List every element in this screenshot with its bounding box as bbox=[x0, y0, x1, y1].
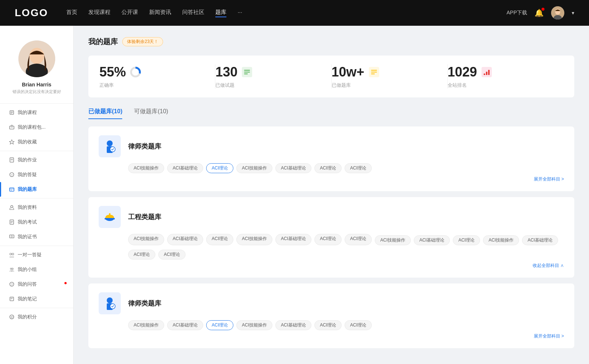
question-dot bbox=[64, 282, 67, 284]
tag-1-8[interactable]: ACI基础理论 bbox=[414, 235, 450, 245]
user-avatar[interactable] bbox=[551, 6, 564, 19]
main-layout: Brian Harris 错误的决定比没有决定要好 我的课程 我的课程包... bbox=[0, 26, 589, 364]
sidebar-item-cert[interactable]: 我的证书 bbox=[0, 229, 73, 244]
tag-1-13[interactable]: ACI理论 bbox=[158, 250, 186, 260]
stat-correct-rate: 55% 正确率 bbox=[99, 64, 215, 89]
expand-link-0[interactable]: 展开全部科目 > bbox=[99, 176, 564, 182]
tab-available[interactable]: 可做题库(10) bbox=[134, 108, 168, 119]
tag-1-11[interactable]: ACI基础理论 bbox=[522, 235, 558, 245]
nav-news[interactable]: 新闻资讯 bbox=[149, 9, 171, 17]
svg-point-36 bbox=[12, 268, 13, 270]
tab-done[interactable]: 已做题库(10) bbox=[88, 108, 122, 119]
nav-qa[interactable]: 问答社区 bbox=[182, 9, 204, 17]
stat-value-1: 55% bbox=[99, 64, 126, 80]
svg-point-21 bbox=[11, 206, 13, 208]
svg-rect-48 bbox=[244, 72, 250, 72]
tag-2-6[interactable]: ACI理论 bbox=[345, 320, 372, 330]
tag-1-2[interactable]: ACI理论 bbox=[206, 234, 233, 245]
tag-2-1[interactable]: ACI基础理论 bbox=[167, 320, 203, 330]
list-yellow-icon bbox=[368, 66, 380, 78]
svg-rect-62 bbox=[105, 218, 115, 220]
sidebar-item-exam[interactable]: 我的考试 bbox=[0, 215, 73, 229]
tag-2-2[interactable]: ACI理论 bbox=[206, 320, 233, 330]
sidebar-item-group[interactable]: 我的小组 bbox=[0, 262, 73, 277]
tag-1-3[interactable]: ACI技能操作 bbox=[236, 234, 272, 245]
sidebar-label-one-one: 一对一答疑 bbox=[18, 251, 42, 258]
notification-dot bbox=[542, 8, 544, 11]
tabs-row: 已做题库(10) 可做题库(10) bbox=[88, 108, 574, 119]
tag-0-0[interactable]: ACI技能操作 bbox=[128, 163, 164, 173]
tag-1-5[interactable]: ACI理论 bbox=[314, 234, 342, 245]
tag-0-3[interactable]: ACI技能操作 bbox=[236, 163, 272, 173]
navbar-right: APP下载 🔔 ▾ bbox=[507, 6, 574, 19]
tag-2-3[interactable]: ACI技能操作 bbox=[236, 320, 272, 330]
sidebar-item-qa[interactable]: ? 我的答疑 bbox=[0, 167, 73, 182]
nav-home[interactable]: 首页 bbox=[66, 9, 77, 17]
tag-2-0[interactable]: ACI技能操作 bbox=[128, 320, 164, 330]
tag-0-5[interactable]: ACI理论 bbox=[314, 163, 342, 173]
sidebar-label-favorite: 我的收藏 bbox=[18, 139, 37, 145]
chart-red-icon bbox=[481, 66, 493, 78]
sidebar-item-favorite[interactable]: 我的收藏 bbox=[0, 135, 73, 149]
tag-2-4[interactable]: ACI基础理论 bbox=[275, 320, 311, 330]
sidebar-label-question: 我的问答 bbox=[18, 281, 37, 288]
sidebar-divider-1 bbox=[0, 103, 73, 104]
sidebar-item-note[interactable]: 我的笔记 bbox=[0, 292, 73, 306]
logo: LOGO bbox=[15, 7, 48, 19]
bank-tags-1: ACI技能操作 ACI基础理论 ACI理论 ACI技能操作 ACI基础理论 AC… bbox=[99, 234, 564, 260]
svg-rect-52 bbox=[371, 72, 377, 72]
sidebar-item-question[interactable]: ? 我的问答 bbox=[0, 277, 73, 292]
bank-card-header-2: 律师类题库 bbox=[99, 292, 564, 314]
lawyer-icon-0 bbox=[99, 135, 121, 157]
tag-1-12[interactable]: ACI理论 bbox=[128, 250, 155, 260]
bank-tags-2: ACI技能操作 ACI基础理论 ACI理论 ACI技能操作 ACI基础理论 AC… bbox=[99, 320, 564, 330]
svg-rect-53 bbox=[371, 74, 375, 74]
nav-discover[interactable]: 发现课程 bbox=[88, 9, 110, 17]
bank-card-header-1: 工程类题库 bbox=[99, 206, 564, 228]
sidebar-item-bank[interactable]: 我的题库 bbox=[0, 182, 73, 197]
sidebar-item-course[interactable]: 我的课程 bbox=[0, 105, 73, 120]
tag-0-2[interactable]: ACI理论 bbox=[206, 163, 233, 173]
tag-1-1[interactable]: ACI基础理论 bbox=[167, 234, 203, 245]
sidebar-item-one-one[interactable]: 一对一答疑 bbox=[0, 247, 73, 262]
nav-bank[interactable]: 题库 bbox=[215, 9, 226, 17]
homework-icon bbox=[9, 157, 15, 163]
sidebar-divider-4 bbox=[0, 246, 73, 246]
notification-bell[interactable]: 🔔 bbox=[535, 8, 544, 17]
tag-2-5[interactable]: ACI理论 bbox=[314, 320, 342, 330]
tag-0-4[interactable]: ACI基础理论 bbox=[275, 163, 311, 173]
nav-links: 首页 发现课程 公开课 新闻资讯 问答社区 题库 ··· bbox=[66, 9, 495, 17]
bank-card-1: 工程类题库 ACI技能操作 ACI基础理论 ACI理论 ACI技能操作 ACI基… bbox=[88, 197, 574, 278]
stat-label-1: 正确率 bbox=[99, 82, 114, 89]
sidebar-item-score[interactable]: 积 我的积分 bbox=[0, 310, 73, 324]
app-download[interactable]: APP下载 bbox=[507, 10, 527, 16]
score-icon: 积 bbox=[9, 314, 15, 320]
nav-open[interactable]: 公开课 bbox=[121, 9, 138, 17]
tag-1-4[interactable]: ACI基础理论 bbox=[275, 234, 311, 245]
nav-more[interactable]: ··· bbox=[237, 9, 242, 17]
sidebar-item-material[interactable]: 我的资料 bbox=[0, 200, 73, 215]
tag-1-10[interactable]: ACI技能操作 bbox=[483, 235, 519, 245]
tag-0-1[interactable]: ACI基础理论 bbox=[167, 163, 203, 173]
stat-questions-done: 130 已做试题 bbox=[215, 64, 331, 89]
expand-link-2[interactable]: 展开全部科目 > bbox=[99, 333, 564, 339]
sidebar-label-material: 我的资料 bbox=[18, 204, 37, 211]
svg-marker-12 bbox=[9, 140, 14, 144]
tag-0-6[interactable]: ACI理论 bbox=[345, 163, 372, 173]
svg-rect-29 bbox=[10, 235, 14, 238]
expand-link-1[interactable]: 收起全部科目 ∧ bbox=[99, 263, 564, 269]
bank-card-0: 律师类题库 ACI技能操作 ACI基础理论 ACI理论 ACI技能操作 ACI基… bbox=[88, 126, 574, 191]
tag-1-6[interactable]: ACI理论 bbox=[345, 234, 372, 245]
svg-point-31 bbox=[10, 253, 12, 255]
tag-1-9[interactable]: ACI理论 bbox=[453, 235, 480, 245]
user-dropdown-arrow[interactable]: ▾ bbox=[572, 10, 574, 16]
sidebar-item-package[interactable]: 我的课程包... bbox=[0, 120, 73, 135]
tag-1-0[interactable]: ACI技能操作 bbox=[128, 234, 164, 245]
sidebar-item-homework[interactable]: 我的作业 bbox=[0, 153, 73, 167]
sidebar-divider-2 bbox=[0, 151, 73, 151]
sidebar: Brian Harris 错误的决定比没有决定要好 我的课程 我的课程包... bbox=[0, 26, 74, 364]
navbar: LOGO 首页 发现课程 公开课 新闻资讯 问答社区 题库 ··· APP下载 … bbox=[0, 0, 589, 26]
tag-1-7[interactable]: ACI技能操作 bbox=[375, 235, 411, 245]
sidebar-label-bank: 我的题库 bbox=[18, 186, 37, 193]
svg-rect-18 bbox=[10, 188, 14, 191]
